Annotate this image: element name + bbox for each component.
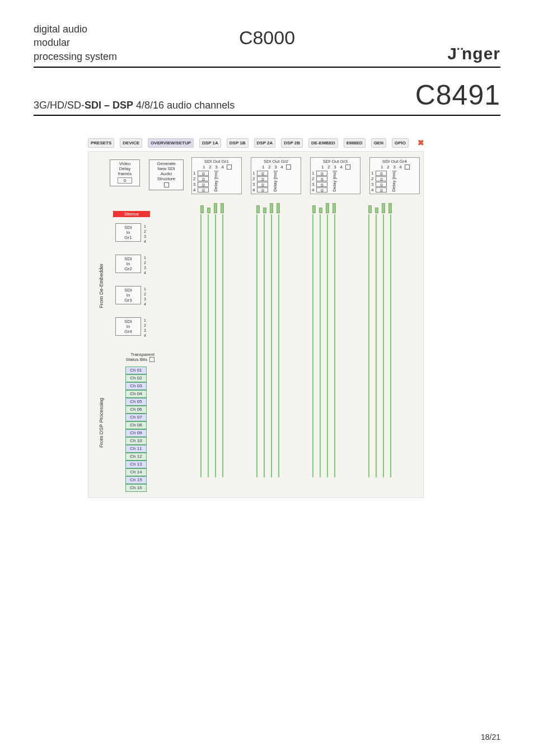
meters-gr2: [256, 203, 280, 213]
delay-input[interactable]: 0: [257, 182, 268, 187]
ch-item[interactable]: Ch 16: [125, 484, 147, 492]
ch-item[interactable]: Ch 05: [125, 398, 147, 406]
brand-logo: J¨nger: [447, 44, 500, 63]
ch-item[interactable]: Ch 04: [125, 390, 147, 398]
c: 4: [221, 165, 225, 170]
delay-input[interactable]: 0: [198, 187, 209, 192]
delay-input[interactable]: 0: [198, 171, 209, 176]
r: 2: [371, 176, 373, 181]
n: 3: [144, 328, 146, 333]
delay-input[interactable]: 0: [257, 187, 268, 192]
tab-dsp1a[interactable]: DSP 1A: [199, 138, 221, 148]
tab-gen[interactable]: GEN: [371, 138, 386, 148]
meters-gr4: [368, 203, 392, 213]
group-select[interactable]: [405, 165, 410, 170]
tab-presets[interactable]: PRESETS: [88, 138, 114, 148]
delay-input[interactable]: 0: [376, 171, 387, 176]
ch-item[interactable]: Ch 03: [125, 382, 147, 390]
delay-input[interactable]: 0: [198, 176, 209, 181]
tab-dsp1b[interactable]: DSP 1B: [227, 138, 249, 148]
ch-item[interactable]: Ch 11: [125, 445, 147, 453]
r: 3: [371, 182, 373, 187]
l: SDI: [117, 256, 139, 261]
delay-input[interactable]: 0: [376, 187, 387, 192]
tab-gpio[interactable]: GPIO: [392, 138, 409, 148]
ch-item[interactable]: Ch 07: [125, 414, 147, 421]
ch-item[interactable]: Ch 15: [125, 476, 147, 484]
sdi-out-groups: SDI Out Gr1 1234 1234 0000 Delay [ms] SD…: [191, 157, 420, 194]
hdr-l3: processing system: [34, 50, 117, 63]
tab-device[interactable]: DEVICE: [120, 138, 142, 148]
n: 2: [144, 323, 146, 328]
ch-item[interactable]: Ch 10: [125, 437, 147, 445]
vd-l3: frames: [111, 171, 138, 176]
outgrp2-title: SDI Out Gr2: [252, 159, 299, 164]
grid-line: [383, 214, 384, 477]
c: 1: [321, 165, 325, 170]
n: 3: [144, 234, 146, 239]
tab-dsp2b[interactable]: DSP 2B: [281, 138, 303, 148]
ch-item[interactable]: Ch 13: [125, 461, 147, 468]
brand-rest: nger: [462, 44, 500, 63]
delay-label: Delay [ms]: [391, 171, 396, 192]
ch-item[interactable]: Ch 12: [125, 453, 147, 461]
sdi-out-gr1: SDI Out Gr1 1234 1234 0000 Delay [ms]: [191, 157, 242, 194]
grid-line: [327, 214, 328, 477]
grid-line: [368, 214, 369, 477]
tab-embed[interactable]: EMBED: [344, 138, 366, 148]
c: 3: [214, 165, 219, 170]
subhead-bold: SDI – DSP: [85, 100, 133, 111]
sdi-in-gr3: SDI In Gr3 1234: [115, 286, 141, 304]
n: 4: [144, 333, 146, 338]
group-select[interactable]: [286, 165, 291, 170]
tsb-checkbox[interactable]: [149, 357, 154, 362]
generate-checkbox[interactable]: [164, 182, 169, 187]
tsb-l1: Transparent: [109, 352, 154, 357]
delay-input[interactable]: 0: [316, 182, 327, 187]
sdi-in-gr2: SDI In Gr2 1234: [115, 255, 141, 273]
close-icon[interactable]: ✖: [418, 138, 424, 147]
delay-input[interactable]: 0: [198, 182, 209, 187]
delay-input[interactable]: 0: [376, 176, 387, 181]
hdr-l2: modular: [34, 36, 117, 49]
meters-gr1: [200, 203, 224, 213]
n: 1: [144, 255, 146, 260]
channel-list: Ch 01 Ch 02 Ch 03 Ch 04 Ch 05 Ch 06 Ch 0…: [125, 367, 147, 492]
label-from-deembedder: From De-Embedder: [99, 264, 104, 308]
group-select[interactable]: [345, 165, 350, 170]
ch-item[interactable]: Ch 09: [125, 429, 147, 437]
r: 1: [312, 171, 314, 176]
delay-input[interactable]: 0: [316, 176, 327, 181]
delay-input[interactable]: 0: [257, 171, 268, 176]
r: 2: [193, 176, 195, 181]
r: 2: [312, 176, 314, 181]
tab-deembed[interactable]: DE-EMBED: [308, 138, 338, 148]
tab-dsp2a[interactable]: DSP 2A: [254, 138, 276, 148]
l: SDI: [117, 225, 139, 230]
grid-line: [264, 214, 265, 477]
group-select[interactable]: [227, 165, 232, 170]
c: 2: [208, 165, 213, 170]
n: 1: [144, 287, 146, 292]
ch-item[interactable]: Ch 01: [125, 367, 147, 374]
video-delay-frames-input[interactable]: 0: [118, 177, 132, 184]
ch-item[interactable]: Ch 08: [125, 421, 147, 429]
delay-input[interactable]: 0: [316, 171, 327, 176]
sdi-in-gr1: SDI In Gr1 1234: [115, 223, 141, 242]
c: 3: [274, 165, 278, 170]
tab-overview-setup[interactable]: OVERVIEW/SETUP: [148, 138, 194, 148]
ch-item[interactable]: Ch 02: [125, 374, 147, 382]
r: 3: [252, 182, 255, 187]
ch-item[interactable]: Ch 14: [125, 468, 147, 476]
sdi-out-gr2: SDI Out Gr2 1234 1234 0000 Delay [ms]: [251, 157, 301, 194]
delay-label: Delay [ms]: [332, 171, 337, 192]
c: 2: [386, 165, 391, 170]
delay-input[interactable]: 0: [257, 176, 268, 181]
delay-input[interactable]: 0: [376, 182, 387, 187]
c: 1: [380, 165, 385, 170]
n: 1: [144, 224, 146, 229]
c: 4: [339, 165, 344, 170]
l: In: [117, 293, 139, 298]
delay-input[interactable]: 0: [316, 187, 327, 192]
ch-item[interactable]: Ch 06: [125, 406, 147, 414]
